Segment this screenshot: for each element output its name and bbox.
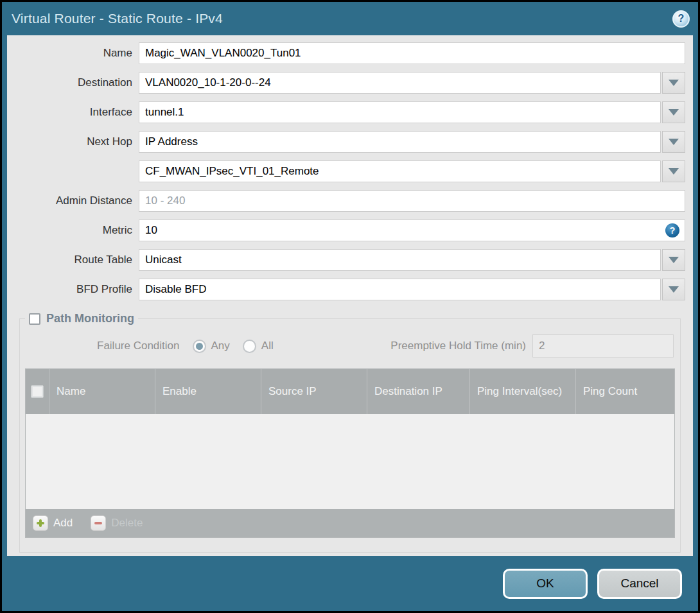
chevron-down-icon [669,286,679,293]
column-header-destination-ip[interactable]: Destination IP [367,369,469,414]
delete-button[interactable]: Delete [91,515,143,531]
metric-help-icon[interactable]: ? [665,223,679,237]
interface-label: Interface [7,106,139,119]
plus-icon [33,515,48,531]
next-hop-label: Next Hop [7,135,139,148]
table-header-row: Name Enable Source IP Destination IP Pin… [26,369,674,414]
admin-distance-label: Admin Distance [7,194,139,207]
interface-row: Interface [7,101,685,123]
cancel-button[interactable]: Cancel [597,569,682,599]
dialog-body: Name Destination Interface [7,35,693,556]
route-table-input[interactable] [139,249,661,271]
destination-dropdown-button[interactable] [662,72,685,94]
dialog-title: Virtual Router - Static Route - IPv4 [12,11,223,26]
failure-condition-row: Failure Condition Any All Preemptive Hol… [25,334,675,358]
interface-dropdown-button[interactable] [662,101,685,123]
chevron-down-icon [669,139,679,145]
destination-row: Destination [7,72,685,94]
path-monitoring-checkbox[interactable] [29,313,40,325]
failure-condition-label: Failure Condition [97,340,180,352]
select-all-checkbox[interactable] [31,385,44,398]
next-hop-row: Next Hop [7,131,685,153]
column-header-source-ip[interactable]: Source IP [261,369,367,414]
next-hop-type-dropdown-button[interactable] [662,131,685,153]
preemptive-hold-input[interactable] [532,334,674,358]
column-header-ping-count[interactable]: Ping Count [575,369,674,414]
add-button[interactable]: Add [33,515,73,531]
chevron-down-icon [669,168,679,175]
column-header-ping-interval[interactable]: Ping Interval(sec) [469,369,575,414]
chevron-down-icon [669,80,679,86]
path-monitoring-title: Path Monitoring [46,312,134,325]
chevron-down-icon [669,109,679,116]
route-table-label: Route Table [7,254,139,266]
add-button-label: Add [53,517,73,530]
name-label: Name [7,47,139,60]
name-row: Name [7,42,685,64]
preemptive-hold-label: Preemptive Hold Time (min) [390,340,526,352]
chevron-down-icon [669,257,679,263]
path-monitoring-table: Name Enable Source IP Destination IP Pin… [25,368,675,538]
next-hop-address-input[interactable] [139,160,661,182]
minus-icon [91,515,106,531]
bfd-profile-row: BFD Profile [7,279,685,300]
destination-input[interactable] [139,72,661,94]
table-toolbar: Add Delete [26,509,674,537]
interface-input[interactable] [139,101,661,123]
route-table-dropdown-button[interactable] [662,249,685,271]
metric-row: Metric ? [7,220,685,241]
dialog-footer: OK Cancel [2,556,698,611]
help-icon[interactable]: ? [672,10,690,28]
path-monitoring-group: Path Monitoring Failure Condition Any Al… [19,312,681,553]
delete-button-label: Delete [111,517,143,530]
metric-input[interactable] [139,220,685,241]
name-input[interactable] [139,42,685,64]
ok-button[interactable]: OK [503,569,588,599]
next-hop-type-input[interactable] [139,131,661,153]
failure-condition-all-label: All [261,340,274,352]
admin-distance-row: Admin Distance [7,190,685,212]
table-select-all-cell [26,369,49,414]
bfd-profile-dropdown-button[interactable] [662,279,685,300]
column-header-name[interactable]: Name [49,369,155,414]
admin-distance-input[interactable] [139,190,685,212]
bfd-profile-label: BFD Profile [7,283,139,296]
next-hop-address-dropdown-button[interactable] [662,160,685,182]
bfd-profile-input[interactable] [139,279,661,300]
column-header-enable[interactable]: Enable [155,369,261,414]
static-route-dialog: Virtual Router - Static Route - IPv4 ? N… [2,2,698,611]
destination-label: Destination [7,76,139,89]
path-monitoring-legend: Path Monitoring [25,312,138,325]
table-body-empty [26,414,674,509]
failure-condition-any-radio[interactable] [193,340,206,353]
route-table-row: Route Table [7,249,685,271]
failure-condition-all-radio[interactable] [243,340,256,353]
metric-label: Metric [7,224,139,237]
failure-condition-any-label: Any [211,340,230,352]
dialog-titlebar: Virtual Router - Static Route - IPv4 ? [2,2,698,35]
next-hop-address-row [7,160,685,182]
